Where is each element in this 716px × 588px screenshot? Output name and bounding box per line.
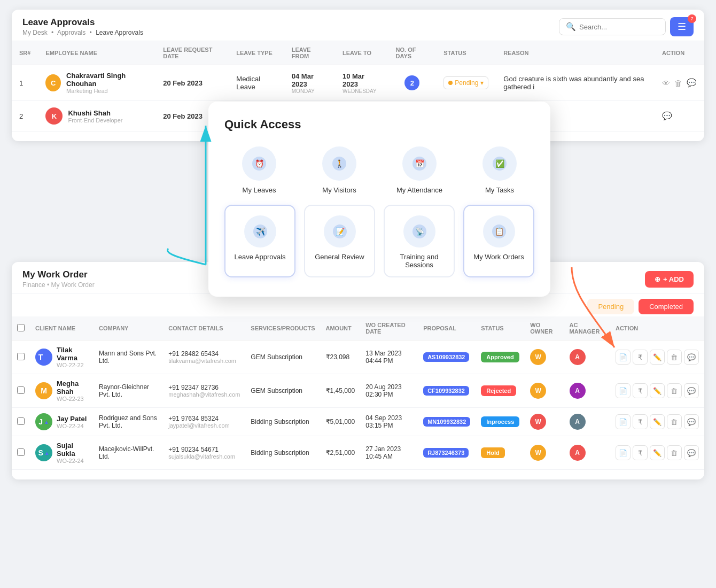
avatar: J▲ [35,413,52,430]
avatar: T▲ [35,349,52,366]
action-icons: 👁 🗑 💬 [662,78,697,88]
days-badge: 2 [404,75,419,90]
work-order-title: My Work Order [22,269,95,280]
tab-pending[interactable]: Pending [587,299,634,314]
doc-button[interactable]: 📄 [616,350,631,365]
table-row: T▲ Tilak Varma WO-22-22 Mann and Sons Pv… [12,341,704,374]
my-tasks-label: My Tasks [485,186,514,194]
delete-button[interactable]: 🗑 [667,414,682,429]
qa-item-my-tasks[interactable]: ✅ My Tasks [465,146,534,194]
delete-button[interactable]: 🗑 [667,445,682,460]
col-status: STATUS [436,41,496,65]
my-leaves-icon: ⏰ [242,146,276,181]
col-sr: SR# [12,41,38,65]
search-input[interactable] [579,23,659,31]
my-work-orders-label: My Work Orders [473,253,524,261]
col-action: ACTION [655,41,704,65]
action-icons: 📄 ₹ ✏️ 🗑 💬 [616,350,699,365]
qa-item-my-visitors[interactable]: 🚶 My Visitors [305,146,374,194]
leave-approvals-breadcrumb: My Desk • Approvals • Leave Approvals [22,29,143,36]
filter-button[interactable]: ☰ 7 [670,17,694,36]
search-box[interactable]: 🔍 [559,18,666,35]
my-visitors-label: My Visitors [322,186,356,194]
edit-button[interactable]: ✏️ [650,445,665,460]
row-checkbox[interactable] [17,417,25,425]
doc-button[interactable]: 📄 [616,383,631,398]
col-contact: CONTACT DETAILS [163,316,245,341]
tab-completed[interactable]: Completed [639,299,694,314]
svg-text:⏰: ⏰ [255,159,264,168]
col-action: ACTION [610,316,704,341]
rupee-button[interactable]: ₹ [633,445,648,460]
row-checkbox[interactable] [17,386,25,394]
edit-button[interactable]: ✏️ [650,350,665,365]
message-button[interactable]: 💬 [684,383,699,398]
delete-button[interactable]: 🗑 [667,350,682,365]
col-client-name: CLIENT NAME [30,316,94,341]
col-reason: REASON [496,41,655,65]
add-button[interactable]: ⊕ + ADD [645,271,694,288]
delete-icon[interactable]: 🗑 [674,79,682,88]
edit-button[interactable]: ✏️ [650,414,665,429]
col-select-all [12,316,30,341]
doc-button[interactable]: 📄 [616,445,631,460]
my-leaves-label: My Leaves [243,186,276,194]
svg-text:📋: 📋 [494,227,504,236]
col-company: COMPANY [94,316,163,341]
my-attendance-icon: 📅 [402,146,437,181]
action-icons: 💬 [662,111,697,121]
doc-button[interactable]: 📄 [616,414,631,429]
col-status: STATUS [476,316,525,341]
svg-text:🚶: 🚶 [335,159,345,168]
avatar: S▲ [35,444,52,461]
wo-owner-avatar: W [530,349,546,365]
view-icon[interactable]: 👁 [662,79,670,88]
leave-approvals-label: Leave Approvals [234,253,285,261]
message-button[interactable]: 💬 [684,350,699,365]
leave-approvals-icon: ✈️ [244,215,276,247]
ac-manager-avatar: A [570,383,586,399]
svg-text:📡: 📡 [415,227,424,236]
work-order-breadcrumb: Finance • My Work Order [22,281,95,289]
my-visitors-icon: 🚶 [322,146,356,181]
proposal-badge: AS109932832 [423,352,469,362]
status-badge: Inprocess [481,416,519,427]
row-checkbox[interactable] [17,353,25,360]
filter-badge: 7 [688,14,696,23]
message-button[interactable]: 💬 [684,414,699,429]
delete-button[interactable]: 🗑 [667,383,682,398]
col-leave-to: LEAVE TO [335,41,388,65]
status-dot [448,81,453,85]
select-all-checkbox[interactable] [17,324,25,331]
edit-button[interactable]: ✏️ [650,383,665,398]
col-wo-owner: WO OWNER [525,316,564,341]
rupee-button[interactable]: ₹ [633,383,648,398]
qa-card-leave-approvals[interactable]: ✈️ Leave Approvals [224,205,295,277]
col-proposal: PROPOSAL [418,316,476,341]
status-dropdown[interactable]: Pending ▾ [443,76,488,89]
col-request-date: LEAVE REQUEST DATE [155,41,229,65]
training-sessions-icon: 📡 [403,215,435,247]
qa-card-training-sessions[interactable]: 📡 Training and Sessions [384,205,455,277]
qa-card-general-review[interactable]: 📝 General Review [304,205,375,277]
wo-owner-avatar: W [530,383,546,399]
row-checkbox[interactable] [17,448,25,456]
avatar: M [35,382,52,399]
message-button[interactable]: 💬 [684,445,699,460]
message-icon[interactable]: 💬 [662,111,672,121]
quick-access-title: Quick Access [224,118,534,131]
rupee-button[interactable]: ₹ [633,414,648,429]
qa-item-my-attendance[interactable]: 📅 My Attendance [385,146,454,194]
message-icon[interactable]: 💬 [687,78,697,88]
col-ac-manager: AC MANAGER [564,316,610,341]
qa-item-my-leaves[interactable]: ⏰ My Leaves [224,146,294,194]
col-leave-from: LEAVE FROM [284,41,335,65]
svg-text:✈️: ✈️ [255,227,265,236]
rupee-button[interactable]: ₹ [633,350,648,365]
col-amount: AMOUNT [321,316,361,341]
my-attendance-label: My Attendance [396,186,442,194]
quick-access-modal: Quick Access ⏰ My Leaves 🚶 My Visitors 📅… [208,102,550,297]
proposal-badge: CF109932832 [423,386,469,396]
qa-card-my-work-orders[interactable]: 📋 My Work Orders [463,205,534,277]
ac-manager-avatar: A [570,414,586,430]
